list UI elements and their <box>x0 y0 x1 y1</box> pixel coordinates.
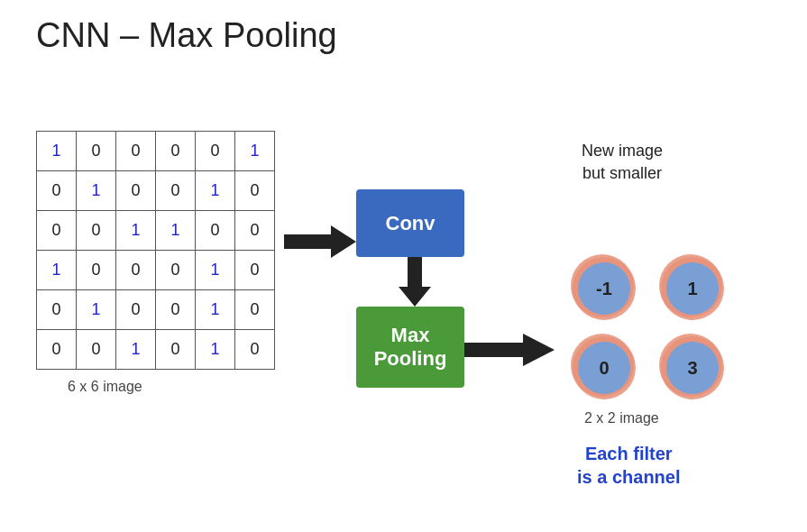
output-value: -1 <box>578 262 630 315</box>
matrix-cell: 1 <box>196 251 235 290</box>
matrix-cell: 0 <box>196 132 235 171</box>
matrix-cell: 1 <box>116 330 156 370</box>
maxpool-label: MaxPooling <box>374 324 447 371</box>
matrix-cell: 1 <box>196 290 235 330</box>
matrix-cell: 1 <box>235 132 275 171</box>
matrix-cell: 0 <box>116 290 156 330</box>
matrix-cell: 1 <box>156 211 196 251</box>
output-cell: 3 <box>652 332 733 404</box>
matrix-cell: 0 <box>235 171 275 211</box>
output-cell: 1 <box>652 252 733 325</box>
matrix-cell: 0 <box>116 171 156 211</box>
matrix-cell: 0 <box>235 290 275 330</box>
matrix-cell: 1 <box>116 211 156 251</box>
matrix-cell: 1 <box>196 330 235 370</box>
matrix-cell: 0 <box>235 211 275 251</box>
output-value: 3 <box>666 342 719 394</box>
arrow-conv-to-maxpool <box>397 257 433 307</box>
output-grid: -1103 <box>564 252 733 404</box>
filter-channel-label: Each filteris a channel <box>577 442 681 489</box>
conv-box: Conv <box>356 189 464 257</box>
matrix-cell: 0 <box>116 132 156 171</box>
matrix-cell: 0 <box>156 330 196 370</box>
matrix-cell: 0 <box>156 290 196 330</box>
input-matrix: 100001010010001100100010010010001010 <box>36 131 275 370</box>
matrix-cell: 1 <box>37 251 77 290</box>
output-cell: -1 <box>564 252 645 325</box>
arrow-maxpool-to-output <box>464 332 555 368</box>
matrix-cell: 0 <box>235 330 275 370</box>
matrix-cell: 0 <box>77 251 116 290</box>
matrix-label: 6 x 6 image <box>68 379 142 395</box>
output-size-label: 2 x 2 image <box>584 410 659 427</box>
matrix-cell: 0 <box>77 132 116 171</box>
output-cell: 0 <box>564 332 645 404</box>
svg-marker-0 <box>284 225 356 258</box>
maxpool-box: MaxPooling <box>356 307 464 388</box>
matrix-cell: 0 <box>116 251 156 290</box>
matrix-cell: 0 <box>37 330 77 370</box>
matrix-cell: 0 <box>156 171 196 211</box>
matrix-cell: 1 <box>37 132 77 171</box>
svg-marker-2 <box>464 334 555 366</box>
arrow-matrix-to-conv <box>284 224 356 260</box>
matrix-cell: 0 <box>196 211 235 251</box>
matrix-cell: 0 <box>37 171 77 211</box>
matrix-cell: 1 <box>77 171 116 211</box>
matrix-cell: 0 <box>156 132 196 171</box>
svg-marker-1 <box>399 257 431 307</box>
new-image-label: New imagebut smaller <box>582 140 663 185</box>
output-value: 0 <box>578 342 630 394</box>
page-title: CNN – Max Pooling <box>36 16 337 55</box>
matrix-cell: 0 <box>77 330 116 370</box>
matrix-cell: 1 <box>77 290 116 330</box>
matrix-cell: 0 <box>235 251 275 290</box>
matrix-cell: 0 <box>77 211 116 251</box>
matrix-cell: 1 <box>196 171 235 211</box>
matrix-cell: 0 <box>37 290 77 330</box>
matrix-cell: 0 <box>37 211 77 251</box>
output-value: 1 <box>666 262 719 315</box>
matrix-cell: 0 <box>156 251 196 290</box>
